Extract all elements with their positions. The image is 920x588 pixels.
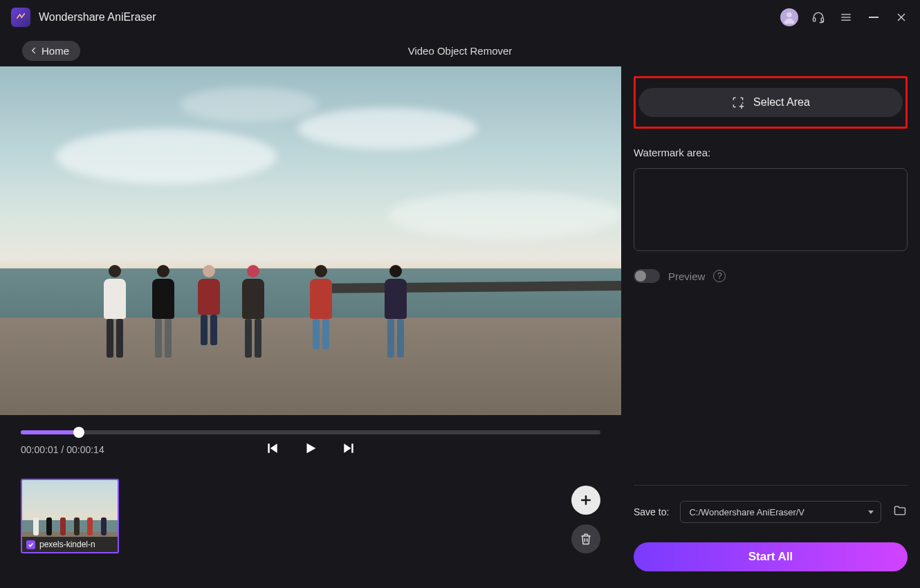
svg-rect-1 (813, 18, 816, 21)
select-area-highlight: Select Area (634, 76, 908, 129)
save-path-text: C:/Wondershare AniEraser/V (689, 507, 804, 517)
select-area-label: Select Area (753, 96, 810, 109)
window-close-button[interactable] (894, 10, 909, 25)
thumbnail-checkbox[interactable] (26, 540, 35, 549)
page-title: Video Object Remover (408, 45, 513, 57)
open-folder-button[interactable] (892, 504, 908, 520)
home-label: Home (42, 45, 69, 57)
video-preview[interactable] (0, 66, 621, 415)
save-to-label: Save to: (634, 506, 669, 517)
controls-row: 00:00:01 / 00:00:14 (0, 434, 621, 455)
preview-label: Preview (668, 270, 705, 282)
main-panel: 00:00:01 / 00:00:14 (0, 66, 621, 588)
svg-point-0 (786, 12, 791, 17)
workspace: 00:00:01 / 00:00:14 (0, 66, 920, 588)
svg-marker-9 (270, 443, 277, 452)
title-bar-left: Wondershare AniEraser (11, 8, 156, 27)
watermark-area-box[interactable] (634, 168, 908, 251)
home-button[interactable]: Home (22, 41, 80, 61)
delete-clip-button[interactable] (571, 524, 600, 553)
thumb-action-buttons (571, 486, 600, 553)
chevron-down-icon (867, 508, 875, 516)
title-bar-right (780, 8, 909, 26)
side-panel: Select Area Watermark area: Preview ? Sa… (621, 66, 920, 588)
select-area-button[interactable]: Select Area (638, 88, 903, 117)
start-all-label: Start All (748, 550, 793, 564)
scrub-bar-row (0, 415, 621, 434)
menu-hamburger-icon[interactable] (838, 10, 854, 25)
thumbnail-footer: pexels-kindel-n (22, 537, 118, 552)
window-minimize-button[interactable] (866, 10, 881, 25)
save-row: Save to: C:/Wondershare AniEraser/V (634, 501, 908, 523)
preview-help-icon[interactable]: ? (713, 270, 726, 282)
thumbnail-row: pexels-kindel-n (0, 455, 621, 553)
user-avatar-icon[interactable] (780, 8, 798, 26)
sub-header: Home Video Object Remover (0, 35, 920, 66)
watermark-area-label: Watermark area: (634, 147, 908, 158)
support-headset-icon[interactable] (811, 10, 826, 25)
svg-rect-11 (351, 443, 353, 452)
select-area-icon (731, 95, 745, 109)
playback-controls (266, 441, 356, 459)
svg-rect-8 (268, 443, 270, 452)
time-current: 00:00:01 (21, 444, 59, 455)
clip-thumbnail[interactable]: pexels-kindel-n (21, 479, 119, 553)
play-button[interactable] (303, 441, 318, 459)
side-divider (634, 485, 908, 486)
time-total: 00:00:14 (66, 444, 104, 455)
next-frame-button[interactable] (342, 441, 356, 458)
svg-marker-12 (344, 443, 351, 452)
app-title: Wondershare AniEraser (39, 11, 156, 24)
add-clip-button[interactable] (571, 486, 600, 515)
title-bar: Wondershare AniEraser (0, 0, 920, 35)
start-all-button[interactable]: Start All (634, 542, 908, 571)
preview-toggle[interactable] (634, 269, 660, 283)
prev-frame-button[interactable] (266, 441, 279, 458)
thumbnail-filename: pexels-kindel-n (39, 540, 95, 549)
preview-row: Preview ? (634, 269, 908, 283)
svg-marker-10 (307, 443, 316, 454)
svg-marker-19 (868, 511, 874, 514)
chevron-left-icon (29, 46, 39, 55)
app-logo-icon (11, 8, 30, 27)
save-path-dropdown[interactable]: C:/Wondershare AniEraser/V (680, 501, 881, 523)
time-display: 00:00:01 / 00:00:14 (21, 444, 104, 455)
